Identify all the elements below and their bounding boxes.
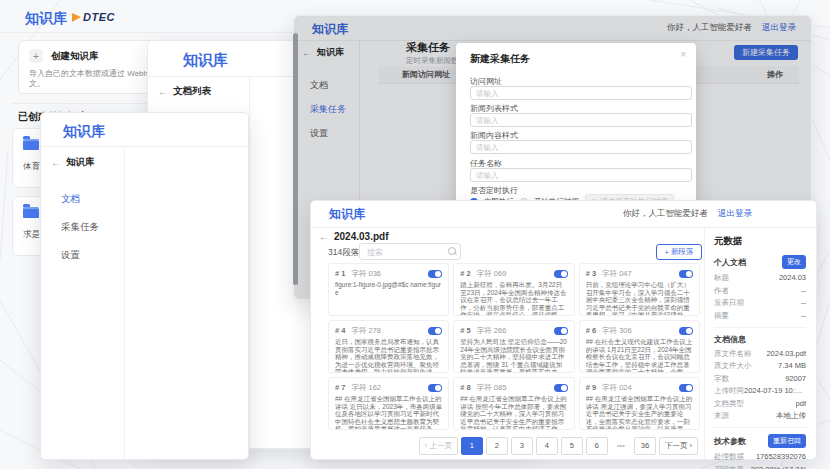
paragraph-index: # 2 xyxy=(460,269,470,278)
char-count: 字符 306 xyxy=(602,326,632,336)
sidebar-item-tasks[interactable]: 采集任务 xyxy=(61,221,99,234)
paragraph-toggle[interactable] xyxy=(554,270,568,278)
paragraph-toggle[interactable] xyxy=(428,270,442,278)
char-count: 字符 036 xyxy=(351,269,381,279)
meta-value: pdf xyxy=(796,399,806,409)
paragraph-text: ## 在社会主义现代化建设工作会议上的讲话 1月21日至22日，2024年全国检… xyxy=(586,338,693,373)
paragraph-text: ## 在黑龙江省全国烟草工作会议上的讲话 近日以来，2023年，市县两级单位及各… xyxy=(335,395,442,430)
window-title: 知识库 xyxy=(329,206,365,223)
pagination-page-1[interactable]: 1 xyxy=(461,437,483,455)
meta-label: 摘要 xyxy=(714,311,729,321)
folder-icon xyxy=(23,139,39,150)
paragraph-toggle[interactable] xyxy=(679,384,693,392)
info-section-label: 文档信息 xyxy=(714,334,746,345)
paragraph-index: # 4 xyxy=(335,326,345,335)
back-label: 知识库 xyxy=(66,156,95,169)
field-content-style-input[interactable] xyxy=(470,140,692,154)
pagination-page-36[interactable]: 36 xyxy=(634,437,656,455)
paragraph-toggle[interactable] xyxy=(428,327,442,335)
pagination-page-4[interactable]: 4 xyxy=(536,437,558,455)
meta-label: 字数 xyxy=(714,374,729,384)
pagination: ‹ 上一页 1 2 3 4 5 6 ••• 36 下一页 › xyxy=(419,437,698,455)
window-title: 知识库 xyxy=(183,51,228,70)
paragraph-toggle[interactable] xyxy=(679,270,693,278)
paragraph-text: 坚持为人民司法 坚定信仰信念——2024年全国高级法院院长会议全面贯彻党的二十大… xyxy=(460,338,567,373)
sidebar-item-settings[interactable]: 设置 xyxy=(61,249,80,262)
pagination-page-6[interactable]: 6 xyxy=(586,437,608,455)
meta-value: 2024.03 xyxy=(779,273,806,283)
paragraph-toggle[interactable] xyxy=(428,384,442,392)
paragraph-card[interactable]: # 7字符 162 ## 在黑龙江省全国烟草工作会议上的讲话 近日以来，2023… xyxy=(328,377,449,430)
field-url-input[interactable] xyxy=(470,86,692,100)
meta-value: 2024.03.pdf xyxy=(766,349,806,359)
meta-value: 176528392076 xyxy=(756,452,806,462)
add-paragraph-label: 新段落 xyxy=(671,247,694,257)
pagination-page-2[interactable]: 2 xyxy=(486,437,508,455)
pagination-page-5[interactable]: 5 xyxy=(561,437,583,455)
paragraph-index: # 1 xyxy=(335,269,345,278)
pagination-next[interactable]: 下一页 › xyxy=(659,437,698,455)
metadata-panel: 元数据 个人文档 更改 标题2024.03 作者-- 发表日期-- 摘要-- 文… xyxy=(704,227,815,459)
recall-button[interactable]: 重新召回 xyxy=(768,434,806,448)
edit-metadata-button[interactable]: 更改 xyxy=(782,255,806,269)
paragraph-text: figure:1-figure-0.jpg@#$c name:figure xyxy=(335,281,442,296)
paragraph-index: # 8 xyxy=(460,383,470,392)
char-count: 字符 162 xyxy=(351,383,381,393)
window-document-viewer: 知识库 你好，人工智能爱好者 退出登录 ← 2024.03.pdf 314段落 … xyxy=(310,200,817,460)
pagination-page-3[interactable]: 3 xyxy=(511,437,533,455)
paragraph-card[interactable]: # 9字符 024 ## 在黑龙江省全国烟草工作会议上的讲话 黑龙江强调，要深入… xyxy=(579,377,700,430)
paragraph-card[interactable]: # 1字符 036 figure:1-figure-0.jpg@#$c name… xyxy=(328,263,449,316)
modal-title: 新建采集任务 xyxy=(470,52,530,66)
pagination-prev[interactable]: ‹ 上一页 xyxy=(419,437,458,455)
back-kb[interactable]: ← 知识库 xyxy=(51,156,95,169)
divider xyxy=(714,427,806,428)
meta-label: 召回效果 xyxy=(714,465,744,469)
paragraph-card[interactable]: # 4字符 278 近日，国家税务总局发布通知，认真贯彻落实习近平总书记重要指示… xyxy=(328,320,449,373)
user-bar: 你好，人工智能爱好者 退出登录 xyxy=(623,208,752,220)
logo-text: DTEC xyxy=(83,11,115,23)
paragraph-card[interactable]: # 2字符 069 踏上新征程，奋楫再出发。3月22日至23日，2024年全国两… xyxy=(453,263,574,316)
user-greeting: 你好，人工智能爱好者 xyxy=(623,208,708,220)
pagination-ellipsis[interactable]: ••• xyxy=(611,438,631,454)
sidebar-divider xyxy=(249,76,250,448)
back-doclist[interactable]: ← 文档列表 xyxy=(158,85,211,98)
paragraph-card[interactable]: # 8字符 085 ## 在黑龙江省全国烟草工作会议上的讲话 按照今年工作总体部… xyxy=(453,377,574,430)
paragraph-toggle[interactable] xyxy=(554,384,568,392)
search-box xyxy=(359,243,461,260)
header-divider xyxy=(41,146,248,147)
field-list-style-input[interactable] xyxy=(470,113,692,127)
paragraph-text: ## 在黑龙江省全国烟草工作会议上的讲话 按照今年工作总体部署，要求围绕党的二十… xyxy=(460,395,567,430)
meta-value: 2024-07-19 10:46:26 xyxy=(744,386,806,396)
paragraph-toggle[interactable] xyxy=(554,327,568,335)
scrollbar[interactable] xyxy=(293,33,298,285)
tech-section-label: 技术参数 xyxy=(714,436,746,447)
close-icon[interactable]: × xyxy=(680,49,686,60)
sidebar-item-documents[interactable]: 文档 xyxy=(61,193,80,206)
document-title: 2024.03.pdf xyxy=(334,231,388,242)
meta-label: 原文件名称 xyxy=(714,349,752,359)
meta-label: 来源 xyxy=(714,411,729,421)
meta-label: 标题 xyxy=(714,273,729,283)
paragraph-card[interactable]: # 3字符 047 日前，党组理论学习中心组（扩大）召开集中学习会，深入学习领会… xyxy=(579,263,700,316)
char-count: 字符 266 xyxy=(477,326,507,336)
plus-icon: + xyxy=(29,49,43,63)
paragraph-card[interactable]: # 6字符 306 ## 在社会主义现代化建设工作会议上的讲话 1月21日至22… xyxy=(579,320,700,373)
paragraph-count: 314段落 xyxy=(328,247,359,259)
paragraph-text: 近日，国家税务总局发布通知，认真贯彻落实习近平总书记重要指示批示精神，推动减税降… xyxy=(335,338,442,373)
meta-label: 原文件大小 xyxy=(714,361,752,371)
paragraph-text: 踏上新征程，奋楫再出发。3月22日至23日，2024年全国两会精神传达会议在京召… xyxy=(460,281,567,316)
meta-value: 292.08% (17.34) xyxy=(751,465,806,469)
field-task-name-input[interactable] xyxy=(470,168,692,182)
meta-value: 92007 xyxy=(785,374,806,384)
meta-value: -- xyxy=(801,311,806,321)
paragraph-card[interactable]: # 5字符 266 坚持为人民司法 坚定信仰信念——2024年全国高级法院院长会… xyxy=(453,320,574,373)
back-button[interactable]: ← 2024.03.pdf xyxy=(319,231,388,242)
meta-label: 文档类型 xyxy=(714,399,744,409)
paragraph-index: # 6 xyxy=(586,326,596,335)
add-paragraph-button[interactable]: + 新段落 xyxy=(656,244,702,260)
back-arrow-icon: ← xyxy=(158,86,168,97)
char-count: 字符 278 xyxy=(351,326,381,336)
paragraph-toggle[interactable] xyxy=(679,327,693,335)
search-input[interactable] xyxy=(365,245,447,259)
logout-link[interactable]: 退出登录 xyxy=(718,208,752,220)
